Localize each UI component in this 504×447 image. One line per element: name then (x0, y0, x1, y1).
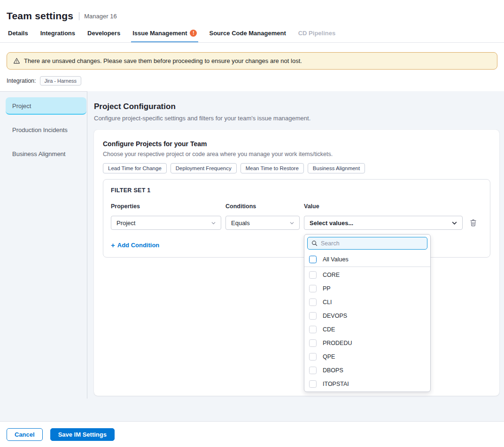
sidebar-item-business-alignment[interactable]: Business Alignment (6, 145, 86, 163)
tab-label: Details (8, 30, 28, 37)
conditions-select-value: Equals (231, 220, 250, 227)
option-label: CORE (323, 272, 340, 278)
checkbox[interactable] (309, 339, 317, 347)
page-header: Team settings Manager 16 (0, 0, 504, 26)
tab-label: Integrations (40, 30, 75, 37)
option-pipe[interactable]: PIPE (304, 391, 430, 392)
tab-details[interactable]: Details (7, 30, 30, 42)
option-label: QPE (323, 353, 335, 360)
page-title: Team settings (7, 10, 73, 22)
add-condition-label: Add Condition (117, 242, 160, 249)
option-qpe[interactable]: QPE (304, 350, 430, 363)
chevron-down-icon (451, 220, 457, 226)
filter-column-headers: Properties Conditions Value (111, 203, 482, 210)
section-subtitle: Configure project-specific settings and … (94, 115, 499, 122)
checkbox[interactable] (309, 285, 317, 292)
section-title: Project Configuration (94, 102, 499, 111)
conditions-select[interactable]: Equals (225, 216, 300, 230)
tab-integrations[interactable]: Integrations (39, 30, 77, 42)
settings-sidebar: Project Production Incidents Business Al… (0, 91, 87, 399)
save-im-settings-button[interactable]: Save IM Settings (50, 428, 115, 441)
dropdown-search-input[interactable] (321, 240, 423, 247)
integration-label: Integration: (7, 78, 36, 84)
checkbox[interactable] (309, 312, 317, 320)
option-itopstai[interactable]: ITOPSTAI (304, 377, 430, 391)
value-select-wrapper: Select values... (304, 216, 463, 230)
option-prodedu[interactable]: PRODEDU (304, 336, 430, 350)
checkbox[interactable] (309, 298, 317, 306)
option-label: PRODEDU (323, 340, 352, 346)
option-label: DBOPS (323, 367, 343, 374)
chevron-down-icon (289, 220, 295, 226)
filter-set-1: FILTER SET 1 Properties Conditions Value… (103, 179, 490, 258)
plus-icon: + (111, 241, 115, 249)
project-configuration-card: Configure Projects for your Team Choose … (94, 130, 499, 396)
chip-mean-time-to-restore[interactable]: Mean Time to Restore (240, 163, 304, 173)
banner-text: There are unsaved changes. Please save t… (24, 57, 302, 64)
tab-issue-management[interactable]: Issue Management ! (131, 30, 198, 42)
properties-select[interactable]: Project (111, 216, 221, 230)
option-label: ITOPSTAI (323, 381, 349, 387)
option-label: PP (323, 285, 331, 292)
chevron-down-icon (211, 220, 216, 226)
option-label: CDE (323, 326, 335, 333)
team-settings-page: Team settings Manager 16 Details Integra… (0, 0, 504, 447)
title-divider (79, 12, 79, 20)
value-multiselect[interactable]: Select values... (304, 216, 463, 230)
column-label-properties: Properties (111, 203, 221, 210)
chip-lead-time-for-change[interactable]: Lead Time for Change (103, 163, 167, 173)
option-core[interactable]: CORE (304, 268, 430, 282)
value-select-dropdown: All Values CORE PP (304, 234, 431, 392)
unsaved-changes-banner: There are unsaved changes. Please save t… (7, 52, 497, 70)
option-dbops[interactable]: DBOPS (304, 363, 430, 377)
filter-row: Project Equals (111, 216, 482, 230)
chip-business-alignment[interactable]: Business Alignment (308, 163, 365, 173)
tab-cd-pipelines[interactable]: CD Pipelines (297, 30, 337, 42)
tab-developers[interactable]: Developers (86, 30, 122, 42)
search-icon (311, 240, 318, 246)
warning-icon (13, 57, 20, 64)
trash-icon (470, 219, 477, 227)
settings-tab-bar: Details Integrations Developers Issue Ma… (0, 26, 504, 43)
add-condition-button[interactable]: + Add Condition (111, 241, 159, 249)
delete-filter-row-button[interactable] (472, 216, 474, 230)
dropdown-search-box (307, 237, 427, 250)
option-pp[interactable]: PP (304, 282, 430, 295)
checkbox[interactable] (309, 271, 317, 279)
sidebar-item-production-incidents[interactable]: Production Incidents (6, 121, 86, 139)
page-subtitle: Manager 16 (84, 13, 116, 20)
integration-chip[interactable]: Jira - Harness (40, 76, 81, 86)
checkbox[interactable] (309, 367, 317, 374)
checkbox[interactable] (309, 326, 317, 333)
metric-chip-row: Lead Time for Change Deployment Frequenc… (103, 163, 490, 173)
card-title: Configure Projects for your Team (103, 140, 490, 148)
chip-deployment-frequency[interactable]: Deployment Frequency (171, 163, 237, 173)
filter-set-title: FILTER SET 1 (111, 187, 482, 194)
tab-label: Source Code Management (209, 30, 286, 37)
option-all-values[interactable]: All Values (304, 252, 430, 267)
option-label: DEVOPS (323, 313, 347, 319)
option-cli[interactable]: CLI (304, 295, 430, 309)
properties-select-value: Project (116, 220, 135, 227)
column-label-conditions: Conditions (225, 203, 300, 210)
cancel-button[interactable]: Cancel (7, 428, 43, 441)
checkbox[interactable] (309, 353, 317, 361)
unsaved-changes-badge-icon: ! (190, 30, 197, 37)
tab-label: CD Pipelines (298, 30, 335, 37)
option-cde[interactable]: CDE (304, 322, 430, 336)
content-area: Project Production Incidents Business Al… (0, 91, 504, 421)
checkbox[interactable] (309, 380, 317, 388)
option-label: All Values (323, 256, 349, 263)
option-label: CLI (323, 299, 332, 306)
sidebar-item-project[interactable]: Project (6, 97, 86, 115)
footer-action-bar: Cancel Save IM Settings (0, 421, 504, 447)
column-label-value: Value (304, 203, 463, 210)
tab-source-code-management[interactable]: Source Code Management (208, 30, 287, 42)
tab-label: Issue Management (132, 30, 187, 37)
integration-row: Integration: Jira - Harness (7, 76, 504, 86)
option-devops[interactable]: DEVOPS (304, 309, 430, 322)
all-values-checkbox[interactable] (309, 256, 317, 263)
dropdown-options-list: CORE PP CLI (304, 268, 430, 392)
tab-label: Developers (87, 30, 120, 37)
value-select-placeholder: Select values... (310, 220, 353, 227)
